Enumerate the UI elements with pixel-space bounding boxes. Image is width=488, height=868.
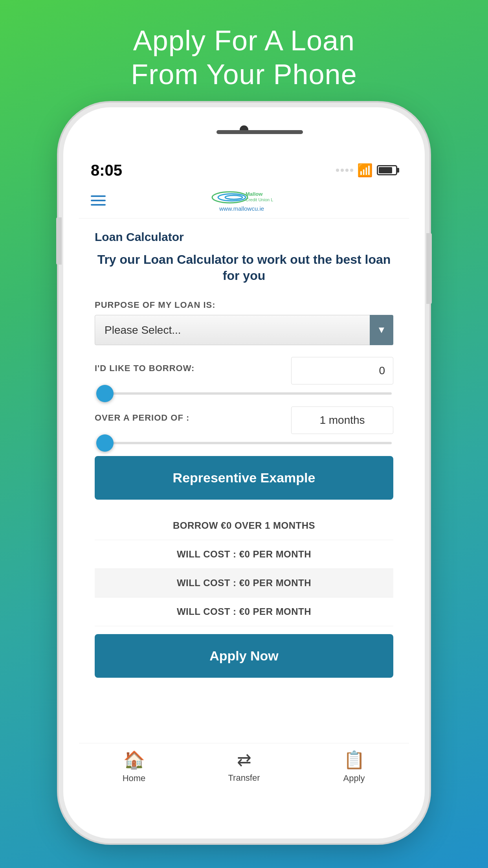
period-slider-container[interactable]: [95, 442, 393, 444]
signal-icon: [336, 169, 353, 172]
result-borrow: BORROW €0 OVER 1 MONTHS: [95, 511, 393, 540]
result-cost-3: WILL COST : €0 PER MONTH: [95, 598, 393, 626]
transfer-icon: ⇄: [237, 750, 251, 770]
purpose-dropdown-wrapper[interactable]: Please Select... ▼: [95, 315, 393, 345]
phone-power-button: [426, 233, 432, 304]
calculate-button[interactable]: Representive Example: [95, 456, 393, 500]
svg-text:Mallow: Mallow: [246, 191, 263, 197]
purpose-select[interactable]: Please Select...: [95, 315, 393, 345]
borrow-label: I'D LIKE TO BORROW:: [95, 363, 194, 373]
logo-waves-icon: Mallow Credit Union Ltd.: [210, 189, 273, 205]
period-slider-thumb[interactable]: [96, 434, 114, 452]
svg-text:Credit Union Ltd.: Credit Union Ltd.: [246, 197, 273, 202]
chevron-down-icon: ▼: [370, 315, 393, 345]
result-cost-1: WILL COST : €0 PER MONTH: [95, 540, 393, 569]
tab-home-label: Home: [123, 773, 146, 783]
result-cost-2: WILL COST : €0 PER MONTH: [95, 569, 393, 598]
app-logo: Mallow Credit Union Ltd. www.mallowcu.ie: [210, 189, 273, 212]
tab-bar: 🏠 Home ⇄ Transfer 📋 Apply: [79, 743, 409, 791]
purpose-label: PURPOSE OF MY LOAN IS:: [95, 300, 393, 310]
phone-screen: 8:05 📶: [79, 154, 409, 791]
apply-icon: 📋: [343, 750, 365, 770]
main-content: Loan Calculator Try our Loan Calculator …: [79, 219, 409, 743]
phone-speaker: [216, 130, 303, 134]
status-icons: 📶: [336, 163, 397, 178]
period-label: OVER A PERIOD OF :: [95, 413, 189, 423]
section-title: Loan Calculator: [95, 230, 393, 244]
wifi-icon: 📶: [357, 163, 373, 178]
borrow-slider[interactable]: [96, 392, 392, 395]
tab-apply[interactable]: 📋 Apply: [330, 750, 378, 783]
period-row: OVER A PERIOD OF :: [95, 406, 393, 434]
svg-point-2: [225, 195, 242, 199]
phone-shell: 8:05 📶: [63, 107, 425, 839]
headline: Apply For A Loan From Your Phone: [131, 24, 357, 92]
battery-icon: [377, 165, 397, 175]
status-bar: 8:05 📶: [79, 154, 409, 183]
borrow-slider-container[interactable]: [95, 392, 393, 395]
tab-transfer-label: Transfer: [228, 773, 260, 783]
tab-home[interactable]: 🏠 Home: [110, 750, 158, 783]
apply-now-button[interactable]: Apply Now: [95, 634, 393, 678]
borrow-slider-thumb[interactable]: [96, 385, 114, 402]
section-subtitle: Try our Loan Calculator to work out the …: [95, 252, 393, 284]
logo-url: www.mallowcu.ie: [219, 205, 264, 212]
tab-apply-label: Apply: [343, 773, 365, 783]
period-slider[interactable]: [96, 442, 392, 444]
menu-button[interactable]: [91, 195, 106, 206]
period-input[interactable]: [291, 406, 393, 434]
app-header: Mallow Credit Union Ltd. www.mallowcu.ie: [79, 183, 409, 219]
tab-transfer[interactable]: ⇄ Transfer: [220, 750, 268, 783]
home-icon: 🏠: [123, 750, 145, 770]
status-time: 8:05: [91, 162, 122, 179]
borrow-input[interactable]: [291, 357, 393, 384]
borrow-row: I'D LIKE TO BORROW:: [95, 357, 393, 384]
phone-vol-button: [56, 217, 62, 265]
